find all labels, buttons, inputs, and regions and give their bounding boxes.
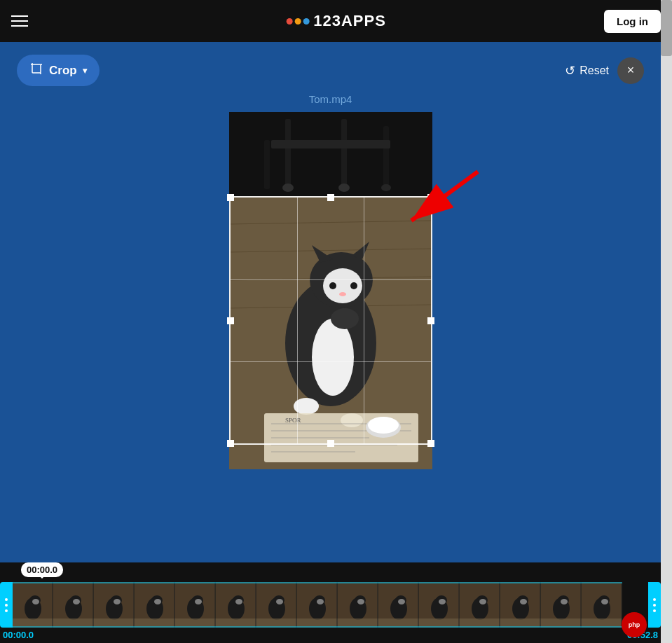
crop-handle-tl[interactable] [227, 194, 234, 201]
svg-rect-0 [32, 64, 41, 73]
crop-handle-mr[interactable] [427, 317, 434, 324]
handle-dots-right [653, 598, 656, 612]
reset-icon: ↺ [565, 63, 575, 78]
svg-rect-51 [13, 582, 622, 583]
navbar: 123APPS Log in [0, 0, 672, 42]
php-badge: php [622, 612, 647, 637]
handle-dots-left [5, 598, 8, 612]
dot3 [653, 609, 656, 612]
close-icon: × [627, 63, 635, 78]
dropdown-arrow-icon: ▾ [83, 66, 87, 76]
main-content: Crop ▾ ↺ Reset × Tom.mp4 [0, 42, 661, 643]
dot-yellow [294, 18, 301, 25]
grid-line-v2 [364, 198, 364, 443]
dot3 [5, 609, 8, 612]
hamburger-menu[interactable] [11, 15, 28, 27]
dot2 [5, 604, 8, 607]
grid-line-h1 [231, 279, 431, 280]
logo: 123APPS [286, 12, 386, 30]
grid-line-h2 [231, 361, 431, 362]
dot1 [5, 598, 8, 601]
dot1 [653, 598, 656, 601]
dot2 [653, 604, 656, 607]
reset-button[interactable]: ↺ Reset [565, 63, 609, 78]
svg-rect-50 [13, 582, 622, 628]
crop-handle-tm[interactable] [327, 194, 334, 201]
login-button[interactable]: Log in [604, 10, 661, 33]
scrollbar-thumb[interactable] [661, 0, 672, 56]
close-button[interactable]: × [617, 57, 644, 84]
crop-handle-bl[interactable] [227, 440, 234, 447]
toolbar: Crop ▾ ↺ Reset × [0, 42, 661, 86]
crop-handle-ml[interactable] [227, 317, 234, 324]
time-labels: 00:00.0 00:52.8 [0, 630, 661, 640]
timeline-track [0, 582, 661, 628]
timeline-handle-right[interactable] [648, 582, 661, 628]
time-start: 00:00.0 [3, 630, 34, 640]
red-arrow-annotation [397, 168, 488, 231]
time-tooltip: 00:00.0 [21, 562, 63, 577]
dot-blue [303, 18, 309, 25]
toolbar-right: ↺ Reset × [565, 57, 644, 84]
grid-line-v1 [297, 198, 298, 443]
crop-grid [231, 198, 431, 443]
thumbnail-frames-svg [13, 582, 622, 628]
dot-red [286, 18, 292, 25]
crop-button[interactable]: Crop ▾ [17, 55, 100, 86]
logo-text: 123APPS [313, 12, 386, 30]
logo-dots [286, 18, 309, 25]
crop-icon [29, 62, 43, 79]
thumbnails-strip [13, 582, 648, 628]
crop-label: Crop [49, 64, 77, 78]
timeline-handle-left[interactable] [0, 582, 13, 628]
timeline-area: 00:00.0 [0, 562, 661, 643]
crop-selection[interactable] [229, 196, 432, 445]
reset-label: Reset [580, 64, 609, 77]
crop-handle-bm[interactable] [327, 440, 334, 447]
file-title: Tom.mp4 [0, 93, 661, 105]
crop-handle-br[interactable] [427, 440, 434, 447]
svg-line-42 [411, 172, 478, 221]
svg-rect-52 [13, 626, 622, 628]
scrollbar[interactable] [661, 0, 672, 643]
video-container: SPOR [229, 112, 432, 469]
